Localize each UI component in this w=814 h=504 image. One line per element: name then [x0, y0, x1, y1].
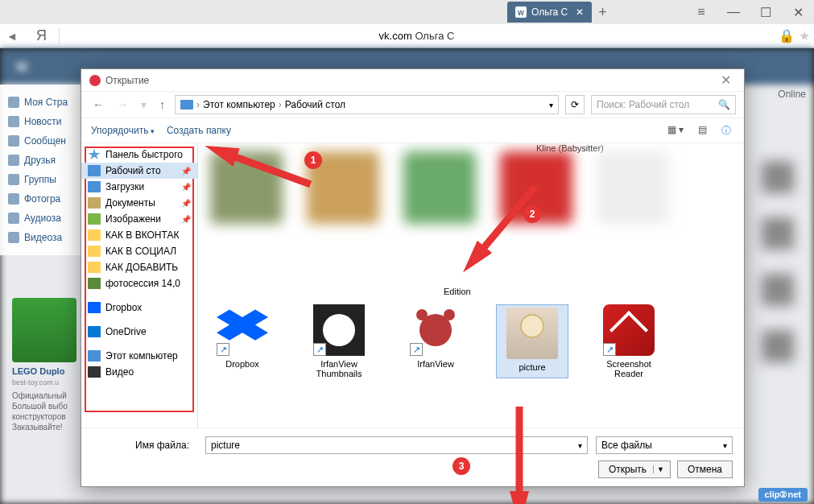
search-input[interactable]: Поиск: Рабочий стол 🔍	[591, 95, 736, 114]
filter-value: Все файлы	[601, 440, 652, 451]
file-picture[interactable]: picture	[496, 304, 568, 378]
nav-forward-icon[interactable]: →	[114, 97, 131, 113]
tab-close-icon[interactable]: ✕	[576, 6, 584, 18]
shortcut-icon: ↗	[603, 343, 616, 356]
images-icon	[88, 213, 101, 225]
audio-icon	[8, 213, 19, 224]
file-irfanview-thumbs[interactable]: ↗ IrfanView Thumbnails	[303, 304, 375, 378]
dropbox-icon	[88, 302, 101, 313]
documents-icon	[88, 197, 101, 209]
open-dropdown-icon[interactable]: ▼	[653, 465, 667, 473]
close-window-icon[interactable]: ✕	[790, 4, 806, 20]
watermark: clip②net	[758, 488, 808, 502]
tree-dropbox[interactable]: Dropbox	[81, 300, 197, 316]
refresh-icon[interactable]: ⟳	[565, 95, 585, 114]
minimize-icon[interactable]: —	[725, 4, 742, 20]
tree-folder[interactable]: КАК В ВКОНТАК	[81, 227, 197, 243]
vk-tab-icon: w	[515, 6, 527, 18]
browser-tab-active[interactable]: w Ольга С ✕	[507, 2, 592, 23]
dialog-close-icon[interactable]: ✕	[716, 71, 736, 89]
ad-text: Официальный Большой выбо конструкторов З…	[12, 390, 76, 432]
folder-icon	[88, 229, 101, 241]
file-name: Dropbox	[225, 359, 259, 369]
tree-folder[interactable]: КАК В СОЦИАЛ	[81, 243, 197, 259]
vk-link[interactable]: Группы	[4, 170, 76, 189]
breadcrumb-item[interactable]: Этот компьютер	[203, 99, 275, 110]
file-list[interactable]: Kline (Babysitter) Edition ↗ Dropbox ↗ I…	[198, 143, 744, 428]
url-domain: vk.com	[379, 30, 412, 42]
vk-link[interactable]: Друзья	[4, 151, 76, 170]
file-dropbox[interactable]: ↗ Dropbox	[206, 304, 279, 378]
vk-link[interactable]: Моя Стра	[4, 93, 76, 112]
vk-link[interactable]: Фотогра	[4, 189, 76, 209]
tree-quick-access[interactable]: Панель быстрого	[81, 147, 197, 163]
file-screenshot-reader[interactable]: ↗ Screenshot Reader	[593, 304, 665, 378]
tree-folder[interactable]: фотосессия 14,0	[81, 275, 197, 291]
lock-icon[interactable]: 🔒	[779, 28, 795, 43]
new-folder-button[interactable]: Создать папку	[167, 125, 231, 136]
vk-link[interactable]: Сообщен	[4, 131, 76, 151]
tree-downloads[interactable]: Загрузки📌	[81, 179, 197, 195]
nav-back-icon[interactable]: ←	[89, 97, 107, 113]
maximize-icon[interactable]: ☐	[758, 4, 774, 20]
messages-icon	[8, 135, 19, 147]
video-icon	[88, 366, 101, 378]
file-label: Edition	[444, 287, 471, 296]
dialog-toolbar: Упорядочить Создать папку ▦ ▾ ▤ ⓘ	[81, 118, 744, 143]
dialog-nav-bar: ← → ▾ ↑ › Этот компьютер › Рабочий стол …	[81, 92, 744, 118]
folder-icon	[88, 262, 101, 273]
view-details-button[interactable]: ▤	[695, 122, 710, 140]
view-icons-button[interactable]: ▦ ▾	[664, 122, 687, 140]
ad-subtitle: best-toy.com.u	[12, 378, 76, 388]
right-thumbnails	[762, 161, 802, 443]
file-type-filter[interactable]: Все файлы ▾	[596, 436, 733, 454]
vk-ad-block[interactable]: LEGO Duplo best-toy.com.u Официальный Бо…	[12, 298, 76, 432]
breadcrumb[interactable]: › Этот компьютер › Рабочий стол ▾	[175, 95, 559, 114]
tree-this-pc[interactable]: Этот компьютер	[81, 348, 197, 364]
cancel-button[interactable]: Отмена	[677, 461, 733, 478]
vk-link[interactable]: Видеоза	[4, 228, 76, 247]
chevron-down-icon[interactable]: ▾	[578, 441, 582, 450]
friends-icon	[8, 155, 19, 166]
help-icon[interactable]: ⓘ	[718, 122, 734, 140]
yandex-browser-icon	[89, 75, 101, 86]
search-icon: 🔍	[718, 99, 730, 110]
nav-back-icon[interactable]: ◄	[0, 30, 24, 43]
new-tab-button[interactable]: +	[598, 4, 607, 21]
onedrive-icon	[88, 326, 101, 337]
pin-icon: 📌	[181, 215, 191, 224]
breadcrumb-item[interactable]: Рабочий стол	[285, 99, 345, 110]
tree-videos[interactable]: Видео	[81, 364, 197, 380]
favorite-icon[interactable]: ★	[799, 28, 810, 43]
tree-images[interactable]: Изображени📌	[81, 211, 197, 227]
vk-link[interactable]: Аудиоза	[4, 209, 76, 228]
hamburger-icon[interactable]: ≡	[693, 4, 709, 20]
chevron-right-icon: ›	[196, 99, 200, 110]
dialog-title: Открытие	[105, 75, 149, 86]
organize-button[interactable]: Упорядочить	[91, 125, 155, 136]
file-irfanview[interactable]: ↗ IrfanView	[399, 304, 472, 378]
profile-icon	[8, 97, 19, 108]
download-icon	[88, 181, 101, 192]
pin-icon: 📌	[181, 167, 191, 176]
vk-link[interactable]: Новости	[4, 112, 76, 131]
tree-onedrive[interactable]: OneDrive	[81, 324, 197, 340]
irfanview-icon: ↗	[313, 304, 365, 356]
url-field[interactable]: vk.com Ольга С	[60, 30, 774, 42]
nav-recent-icon[interactable]: ▾	[138, 97, 150, 113]
filename-input[interactable]: picture ▾	[205, 436, 588, 454]
blurred-files-row	[210, 151, 732, 292]
yandex-logo-icon[interactable]: Я	[24, 27, 59, 44]
search-placeholder: Поиск: Рабочий стол	[597, 99, 689, 110]
chevron-down-icon[interactable]: ▾	[549, 101, 553, 109]
file-name: Screenshot Reader	[593, 359, 665, 378]
tree-desktop[interactable]: Рабочий сто📌	[81, 163, 197, 179]
tree-folder[interactable]: КАК ДОБАВИТЬ	[81, 259, 197, 275]
open-button[interactable]: Открыть ▼	[598, 461, 671, 478]
star-icon	[88, 149, 101, 160]
tree-documents[interactable]: Документы📌	[81, 195, 197, 211]
file-open-dialog: Открытие ✕ ← → ▾ ↑ › Этот компьютер › Ра…	[81, 68, 745, 487]
chevron-down-icon: ▾	[723, 441, 727, 450]
tab-title: Ольга С	[531, 6, 568, 18]
nav-up-icon[interactable]: ↑	[156, 97, 168, 113]
